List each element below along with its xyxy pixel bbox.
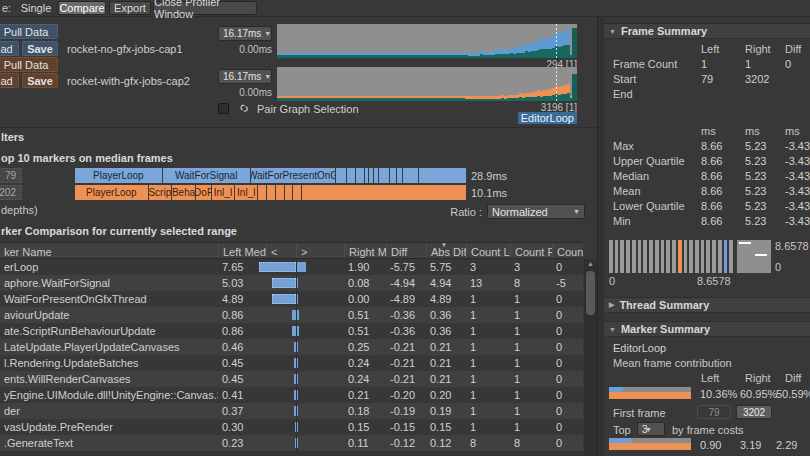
- scrollbar-thumb[interactable]: [586, 271, 595, 315]
- column-header-8[interactable]: Count Right: [510, 243, 552, 258]
- table-row[interactable]: vasUpdate.PreRender0.300.15-0.150.15110: [0, 419, 583, 435]
- selected-frame-indicator[interactable]: [556, 67, 557, 101]
- col-right: Right: [745, 372, 771, 384]
- marker-segment[interactable]: [336, 168, 347, 183]
- right-median-bar: [297, 326, 299, 336]
- marker-segment[interactable]: [403, 168, 418, 183]
- table-row[interactable]: yEngine.UIModule.dll!UnityEngine::Canvas…: [0, 387, 583, 403]
- top-n-dropdown[interactable]: 3 ▼: [637, 422, 665, 436]
- table-row[interactable]: LateUpdate.PlayerUpdateCanvases0.460.25-…: [0, 339, 583, 355]
- value: Mean: [613, 185, 641, 197]
- frame-time-graph-right[interactable]: [277, 67, 577, 101]
- right-median-bar: [297, 390, 298, 400]
- filters-title[interactable]: lters: [1, 131, 24, 143]
- histogram-bar: [684, 240, 688, 273]
- graph-scale-dropdown-left[interactable]: 16.17ms ▼: [218, 26, 272, 41]
- selected-frame-indicator[interactable]: [556, 24, 557, 58]
- marker-segment[interactable]: [285, 185, 294, 200]
- column-header-6[interactable]: Abs Diff▼: [426, 243, 466, 258]
- ratio-dropdown[interactable]: Normalized ▼: [487, 204, 585, 219]
- marker-segment[interactable]: [419, 168, 467, 183]
- col-diff: Diff: [785, 372, 801, 384]
- column-header-5[interactable]: Diff: [386, 243, 426, 258]
- table-scrollbar[interactable]: ▲: [584, 259, 597, 456]
- table-cell: 4.89: [426, 293, 466, 305]
- load-button-right[interactable]: ad: [0, 73, 19, 88]
- column-header-0[interactable]: ker Name: [0, 243, 218, 258]
- pull-data-button-left[interactable]: Pull Data: [0, 24, 58, 39]
- load-button-left[interactable]: ad: [0, 41, 19, 56]
- column-header-9[interactable]: Count Diff: [552, 243, 583, 258]
- marker-segment[interactable]: [302, 185, 467, 200]
- thread-summary-header[interactable]: ▶ Thread Summary: [604, 297, 810, 313]
- frame-time-graph-left[interactable]: [277, 24, 577, 58]
- scroll-up-icon[interactable]: ▲: [584, 260, 597, 267]
- table-row[interactable]: ents.WillRenderCanvases0.450.24-0.210.21…: [0, 371, 583, 387]
- marker-segment-PlayerLoop[interactable]: PlayerLoop: [75, 185, 149, 200]
- single-tab[interactable]: Single: [14, 1, 58, 15]
- selected-marker-chip[interactable]: EditorLoop: [518, 112, 577, 124]
- marker-segment[interactable]: [276, 185, 285, 200]
- marker-segment[interactable]: [293, 185, 302, 200]
- table-row[interactable]: der0.370.18-0.190.19110: [0, 403, 583, 419]
- profile-analyzer-window: e: Single Compare Export Close Profiler …: [0, 0, 810, 456]
- depths-label: depths): [1, 204, 38, 216]
- left-median-bar: [294, 342, 296, 352]
- marker-segment[interactable]: [379, 168, 390, 183]
- costs-left-value: 0.90: [700, 439, 721, 451]
- pull-data-button-right[interactable]: Pull Data: [0, 57, 58, 72]
- histogram-bar: [701, 240, 705, 273]
- marker-segment-Inl_l[interactable]: Inl_l: [235, 185, 258, 200]
- column-header-1[interactable]: Left Med: [218, 243, 266, 258]
- table-row[interactable]: .GenerateText0.230.11-0.120.12880: [0, 435, 583, 451]
- close-profiler-window-button[interactable]: Close Profiler Window: [153, 1, 257, 15]
- marker-segment-PlayerLoop[interactable]: PlayerLoop: [75, 168, 163, 183]
- marker-segment-WaitForSignal[interactable]: WaitForSignal: [163, 168, 251, 183]
- pair-graph-checkbox[interactable]: [218, 103, 229, 114]
- marker-segment-WaitForPresentOnG[interactable]: WaitForPresentOnG: [251, 168, 337, 183]
- marker-segment[interactable]: [258, 185, 267, 200]
- marker-segment-Inl_l[interactable]: Inl_l: [212, 185, 235, 200]
- column-header-3[interactable]: >: [296, 243, 344, 258]
- table-row[interactable]: l.Rendering.UpdateBatches0.450.24-0.210.…: [0, 355, 583, 371]
- export-button[interactable]: Export: [109, 1, 151, 15]
- value: 8.66: [701, 140, 722, 152]
- table-row[interactable]: aphore.WaitForSignal5.030.08-4.944.94138…: [0, 275, 583, 291]
- first-frame-right-button[interactable]: 3202: [736, 405, 772, 419]
- marker-summary-header[interactable]: ▼ Marker Summary: [604, 321, 810, 337]
- table-cell: 0.21: [426, 341, 466, 353]
- value: Lower Quartile: [613, 200, 685, 212]
- left-frame-number[interactable]: 79: [0, 168, 22, 183]
- frame-summary-row: Start793202: [604, 73, 810, 88]
- right-frame-number[interactable]: 202: [0, 185, 22, 200]
- marker-segment-Beha[interactable]: Beha: [172, 185, 196, 200]
- table-row[interactable]: WaitForPresentOnGfxThread4.890.00-4.894.…: [0, 291, 583, 307]
- save-button-right[interactable]: Save: [22, 73, 58, 88]
- save-button-left[interactable]: Save: [22, 41, 58, 56]
- marker-segment[interactable]: [267, 185, 276, 200]
- marker-segment-Scrip[interactable]: Scrip: [149, 185, 172, 200]
- column-header-2[interactable]: <: [266, 243, 296, 258]
- table-row[interactable]: aviourUpdate0.860.51-0.360.36110: [0, 307, 583, 323]
- first-frame-left-button[interactable]: 79: [697, 405, 731, 419]
- marker-segment[interactable]: [356, 168, 365, 183]
- compare-tab[interactable]: Compare: [58, 1, 106, 15]
- column-header-7[interactable]: Count Left: [466, 243, 510, 258]
- frame-summary-header[interactable]: ▼ Frame Summary: [604, 23, 810, 39]
- column-header-4[interactable]: Right Med: [344, 243, 386, 258]
- table-row[interactable]: ate.ScriptRunBehaviourUpdate0.860.51-0.3…: [0, 323, 583, 339]
- marker-segment[interactable]: [390, 168, 397, 183]
- table-cell: -0.15: [386, 421, 426, 433]
- table-row[interactable]: erLoop7.651.90-5.755.75330: [0, 259, 583, 275]
- marker-segment[interactable]: [347, 168, 356, 183]
- graph-scale-dropdown-right[interactable]: 16.17ms ▼: [218, 69, 272, 84]
- panel-divider[interactable]: [597, 17, 604, 456]
- table-cell: 1.90: [344, 261, 386, 273]
- marker-segment-DoF[interactable]: DoF: [196, 185, 212, 200]
- frame-time-histogram[interactable]: [609, 240, 733, 273]
- table-cell: -0.19: [386, 405, 426, 417]
- histogram-bar: [638, 240, 642, 273]
- contribution-left-value: 10.36%: [700, 388, 737, 400]
- unit-diff: ms: [785, 125, 800, 137]
- marker-segment[interactable]: [397, 168, 404, 183]
